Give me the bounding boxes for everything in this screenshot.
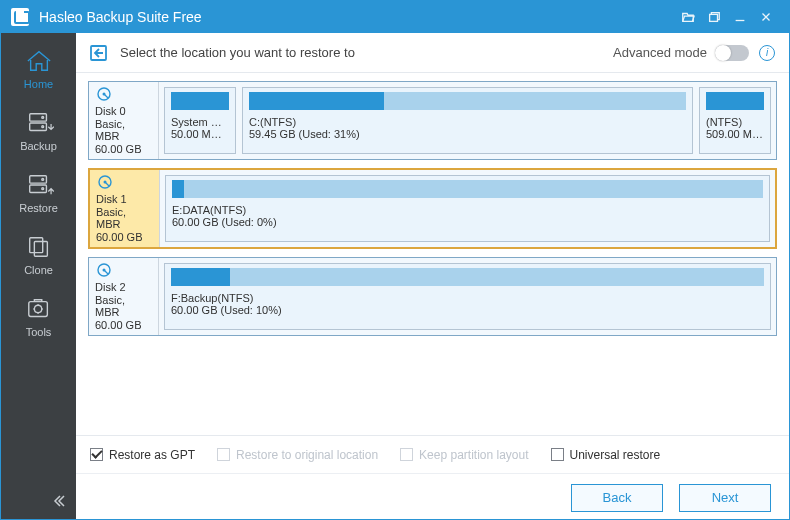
partition-size: 60.00 GB (Used: 0%) — [172, 216, 763, 228]
close-icon[interactable] — [753, 4, 779, 30]
svg-point-4 — [41, 126, 43, 128]
sidebar-item-label: Clone — [24, 264, 53, 276]
partition-label: C:(NTFS) — [249, 116, 686, 128]
sidebar-item-home[interactable]: Home — [9, 41, 69, 97]
svg-rect-10 — [34, 241, 47, 256]
disk-size: 60.00 GB — [96, 231, 153, 243]
sidebar-item-restore[interactable]: Restore — [9, 165, 69, 221]
sidebar-item-label: Restore — [19, 202, 58, 214]
disk-row[interactable]: Disk 2Basic, MBR60.00 GBF:Backup(NTFS)60… — [88, 257, 777, 336]
checkbox-icon — [551, 448, 564, 461]
tools-icon — [24, 296, 54, 322]
sidebar-item-tools[interactable]: Tools — [9, 289, 69, 345]
sidebar-item-label: Home — [24, 78, 53, 90]
sidebar: Home Backup Restore Clone Tools — [1, 33, 76, 520]
clone-icon — [24, 234, 54, 260]
topbar: Select the location you want to restore … — [76, 33, 789, 73]
disk-name: Disk 0 — [95, 105, 152, 117]
open-icon[interactable] — [675, 4, 701, 30]
disk-list: Disk 0Basic, MBR60.00 GBSystem Reser50.0… — [76, 73, 789, 435]
info-icon[interactable]: i — [759, 45, 775, 61]
disk-type: Basic, MBR — [95, 118, 152, 142]
partition[interactable]: E:DATA(NTFS)60.00 GB (Used: 0%) — [165, 175, 770, 242]
content: Select the location you want to restore … — [76, 33, 789, 520]
disk-size: 60.00 GB — [95, 143, 152, 155]
restore-to-arrow-icon — [90, 44, 108, 62]
disk-name: Disk 1 — [96, 193, 153, 205]
advanced-mode-label: Advanced mode — [613, 45, 707, 60]
svg-rect-9 — [29, 238, 42, 253]
disk-row[interactable]: Disk 0Basic, MBR60.00 GBSystem Reser50.0… — [88, 81, 777, 160]
prompt-text: Select the location you want to restore … — [120, 45, 613, 60]
checkbox-icon — [217, 448, 230, 461]
disk-row[interactable]: Disk 1Basic, MBR60.00 GBE:DATA(NTFS)60.0… — [88, 168, 777, 249]
svg-rect-11 — [28, 302, 47, 317]
disk-type: Basic, MBR — [95, 294, 152, 318]
partition-container: System Reser50.00 MB (...C:(NTFS)59.45 G… — [159, 82, 776, 159]
options-bar: Restore as GPT Restore to original locat… — [76, 435, 789, 473]
option-restore-as-gpt[interactable]: Restore as GPT — [90, 448, 195, 462]
collapse-sidebar-icon[interactable] — [52, 494, 66, 511]
svg-point-8 — [41, 188, 43, 190]
back-button[interactable]: Back — [571, 484, 663, 512]
partition[interactable]: C:(NTFS)59.45 GB (Used: 31%) — [242, 87, 693, 154]
window-restore-icon[interactable] — [701, 4, 727, 30]
disk-header[interactable]: Disk 1Basic, MBR60.00 GB — [90, 170, 160, 247]
partition-container: F:Backup(NTFS)60.00 GB (Used: 10%) — [159, 258, 776, 335]
svg-point-7 — [41, 179, 43, 181]
backup-icon — [24, 110, 54, 136]
partition[interactable]: F:Backup(NTFS)60.00 GB (Used: 10%) — [164, 263, 771, 330]
disk-size: 60.00 GB — [95, 319, 152, 331]
next-button[interactable]: Next — [679, 484, 771, 512]
disk-name: Disk 2 — [95, 281, 152, 293]
option-restore-original: Restore to original location — [217, 448, 378, 462]
partition-label: System Reser — [171, 116, 229, 128]
advanced-mode-toggle[interactable] — [715, 45, 749, 61]
usage-bar — [249, 92, 686, 110]
usage-bar — [171, 92, 229, 110]
partition[interactable]: System Reser50.00 MB (... — [164, 87, 236, 154]
sidebar-item-clone[interactable]: Clone — [9, 227, 69, 283]
disk-icon — [96, 174, 114, 190]
footer: Back Next — [76, 473, 789, 520]
home-icon — [24, 48, 54, 74]
usage-bar — [706, 92, 764, 110]
checkbox-icon — [400, 448, 413, 461]
checkbox-icon — [90, 448, 103, 461]
option-keep-layout: Keep partition layout — [400, 448, 528, 462]
usage-bar — [172, 180, 763, 198]
partition-size: 59.45 GB (Used: 31%) — [249, 128, 686, 140]
disk-header[interactable]: Disk 2Basic, MBR60.00 GB — [89, 258, 159, 335]
disk-header[interactable]: Disk 0Basic, MBR60.00 GB — [89, 82, 159, 159]
svg-rect-0 — [710, 14, 718, 21]
window-title: Hasleo Backup Suite Free — [39, 9, 675, 25]
sidebar-item-backup[interactable]: Backup — [9, 103, 69, 159]
option-universal-restore[interactable]: Universal restore — [551, 448, 661, 462]
partition-size: 509.00 MB ... — [706, 128, 764, 140]
disk-icon — [95, 262, 113, 278]
partition-label: (NTFS) — [706, 116, 764, 128]
partition-label: E:DATA(NTFS) — [172, 204, 763, 216]
titlebar: Hasleo Backup Suite Free — [1, 1, 789, 33]
partition-size: 60.00 GB (Used: 10%) — [171, 304, 764, 316]
restore-icon — [24, 172, 54, 198]
svg-point-3 — [41, 117, 43, 119]
minimize-icon[interactable] — [727, 4, 753, 30]
sidebar-item-label: Tools — [26, 326, 52, 338]
partition[interactable]: (NTFS)509.00 MB ... — [699, 87, 771, 154]
disk-type: Basic, MBR — [96, 206, 153, 230]
sidebar-item-label: Backup — [20, 140, 57, 152]
partition-container: E:DATA(NTFS)60.00 GB (Used: 0%) — [160, 170, 775, 247]
partition-label: F:Backup(NTFS) — [171, 292, 764, 304]
disk-icon — [95, 86, 113, 102]
usage-bar — [171, 268, 764, 286]
app-logo-icon — [11, 8, 29, 26]
partition-size: 50.00 MB (... — [171, 128, 229, 140]
